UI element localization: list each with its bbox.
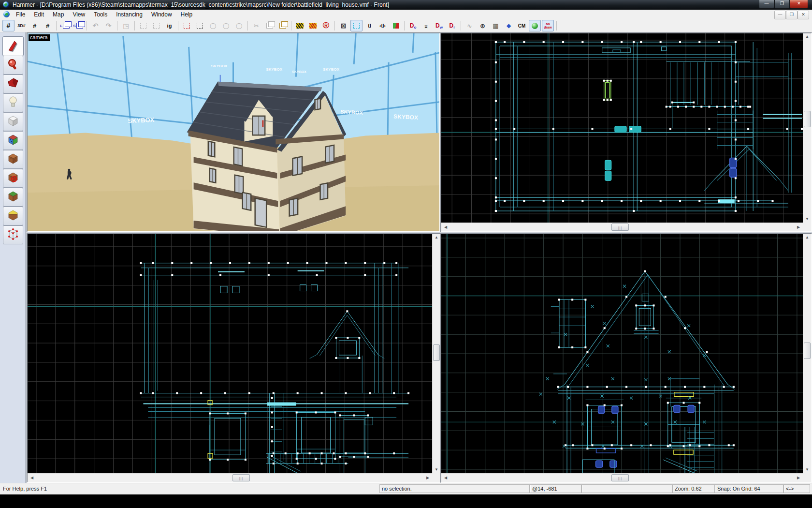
edit-cordon-bounds-button[interactable] [307, 20, 319, 31]
menu-instancing[interactable]: Instancing [112, 10, 147, 19]
copy-button[interactable] [263, 20, 276, 31]
brick-cube-icon [6, 151, 20, 168]
toggle-cordon-state-button[interactable] [294, 20, 306, 31]
title-bar[interactable]: Hammer - [D:\Program Files (x86)\Steam\s… [0, 0, 812, 10]
scroll-left-icon[interactable]: ◀ [29, 474, 35, 482]
clip-cube-icon [6, 208, 20, 224]
scroll-down-icon[interactable]: ▼ [433, 468, 440, 472]
top-view-canvas[interactable] [441, 33, 803, 223]
magnify-mode-button[interactable] [350, 20, 362, 31]
viewport-2d-side[interactable]: ▲ ▼ ◀ ||| ▶ [440, 233, 812, 483]
quick-hide-unselected-button[interactable]: ◯ [220, 20, 232, 31]
model-render-mode-button[interactable] [529, 20, 541, 31]
viewport-3d-camera[interactable]: camera SKYBOXSKYBOXSKYBOXSKYBOXSKYBOXSKY… [27, 32, 440, 232]
scrollbar-thumb[interactable] [804, 111, 811, 127]
menu-map[interactable]: Map [48, 10, 68, 19]
smaller-grid-button[interactable]: # [29, 20, 41, 31]
undo-button[interactable]: ↶ [89, 20, 102, 31]
vertex-tool[interactable] [3, 225, 23, 244]
scroll-right-icon[interactable]: ▶ [424, 474, 431, 482]
scroll-down-icon[interactable]: ▼ [803, 217, 811, 221]
paint-alpha-button[interactable]: ◆ [503, 20, 515, 31]
clipping-tool[interactable] [3, 207, 23, 225]
viewport-2d-front[interactable]: ▲ ▼ ◀ ||| ▶ [27, 233, 441, 483]
cut-button[interactable]: ✂ [250, 20, 262, 31]
magnify-tool[interactable] [3, 56, 23, 75]
scroll-down-icon[interactable]: ▼ [803, 468, 811, 472]
apply-current-texture-tool[interactable] [3, 150, 23, 169]
menu-help[interactable]: Help [176, 10, 197, 19]
model-fade-preview-button[interactable]: ⊕ [477, 20, 489, 31]
toggle-group-ignore-button[interactable]: ig [163, 20, 175, 31]
detail-objects-button[interactable]: ▦ [490, 20, 502, 31]
horizontal-scrollbar[interactable]: ◀ ||| ▶ [441, 473, 803, 482]
smoothing-groups-button[interactable]: ∿ [464, 20, 476, 31]
scroll-right-icon[interactable]: ▶ [795, 223, 802, 231]
load-window-state-button[interactable]: L [59, 20, 71, 31]
vertical-scrollbar[interactable]: ▲ ▼ [803, 234, 811, 473]
scrollbar-thumb[interactable]: ||| [611, 474, 629, 481]
toggle-grid-button[interactable]: # [2, 20, 14, 31]
hide-selected-button[interactable] [181, 20, 193, 31]
menu-edit[interactable]: Edit [29, 10, 48, 19]
close-button[interactable]: ✕ [790, 0, 808, 9]
toggle-do-button[interactable]: Do [407, 20, 419, 31]
group-button[interactable] [137, 20, 149, 31]
front-view-canvas[interactable] [28, 234, 432, 473]
side-view-canvas[interactable] [441, 234, 803, 473]
hide-unselected-button[interactable] [194, 20, 206, 31]
unhide-all-button[interactable]: ◯ [233, 20, 245, 31]
entity-tool[interactable] [3, 93, 23, 112]
scrollbar-thumb[interactable]: ||| [611, 224, 629, 231]
scroll-up-icon[interactable]: ▲ [433, 236, 440, 239]
flip-displacement-button[interactable] [390, 20, 402, 31]
menu-file[interactable]: File [12, 10, 29, 19]
camera-view-canvas[interactable]: SKYBOXSKYBOXSKYBOXSKYBOXSKYBOXSKYBOXSKYB… [28, 33, 439, 231]
menu-window[interactable]: Window [147, 10, 176, 19]
block-tool[interactable] [3, 112, 23, 131]
texture-scale-lock-button[interactable]: ‹tl› [377, 20, 389, 31]
redo-button[interactable]: ↷ [102, 20, 115, 31]
selection-box-mode-button[interactable]: ⊠ [337, 20, 349, 31]
save-window-state-button[interactable]: S [72, 20, 84, 31]
viewport-2d-top[interactable]: ▲ ▼ ◀ ||| ▶ [440, 32, 812, 232]
scroll-left-icon[interactable]: ◀ [442, 223, 449, 231]
restore-button[interactable]: ❐ [774, 0, 790, 9]
ungroup-button[interactable] [150, 20, 162, 31]
mdi-close-button[interactable]: ✕ [798, 11, 809, 19]
toggle-3d-angles-button[interactable]: ⌅ [420, 20, 432, 31]
hammer-editor-window: Hammer - [D:\Program Files (x86)\Steam\s… [0, 0, 812, 508]
scrollbar-thumb[interactable]: ||| [232, 474, 250, 481]
larger-grid-button[interactable]: # [42, 20, 54, 31]
carve-button[interactable]: ◳ [120, 20, 132, 31]
scroll-right-icon[interactable]: ▶ [795, 474, 802, 482]
camera-tool[interactable] [3, 75, 23, 93]
scroll-left-icon[interactable]: ◀ [442, 474, 449, 482]
scroll-up-icon[interactable]: ▲ [803, 236, 811, 239]
select-by-handles-button[interactable]: Ⓡ [320, 20, 332, 31]
horizontal-scrollbar[interactable]: ◀ ||| ▶ [28, 473, 432, 482]
horizontal-scrollbar[interactable]: ◀ ||| ▶ [441, 223, 803, 231]
menu-tools[interactable]: Tools [89, 10, 112, 19]
scrollbar-thumb[interactable] [804, 343, 811, 359]
quick-hide-button[interactable]: ◯ [207, 20, 219, 31]
texture-lock-button[interactable]: tl [363, 20, 376, 31]
mdi-restore-button[interactable]: ❐ [786, 11, 798, 19]
selection-tool[interactable] [3, 37, 23, 56]
minimize-button[interactable]: — [759, 0, 774, 9]
apply-decals-tool[interactable] [3, 169, 23, 188]
vertical-scrollbar[interactable]: ▲ ▼ [803, 33, 811, 223]
menu-view[interactable]: View [68, 10, 89, 19]
scroll-up-icon[interactable]: ▲ [803, 35, 811, 39]
mdi-minimize-button[interactable]: — [774, 11, 786, 19]
cm-toggle-button[interactable]: CM [516, 20, 528, 31]
toggle-dw-button[interactable]: Dw [433, 20, 445, 31]
paste-button[interactable] [276, 20, 289, 31]
hide-nodraw-button[interactable]: nodraw [542, 20, 554, 31]
toggle-3d-grid-button[interactable]: 3D# [15, 20, 28, 31]
overlay-tool[interactable] [3, 188, 23, 207]
scrollbar-thumb[interactable] [433, 344, 440, 361]
toggle-dr-button[interactable]: Dr [446, 20, 458, 31]
texture-application-tool[interactable] [3, 131, 23, 150]
vertical-scrollbar[interactable]: ▲ ▼ [432, 234, 440, 473]
